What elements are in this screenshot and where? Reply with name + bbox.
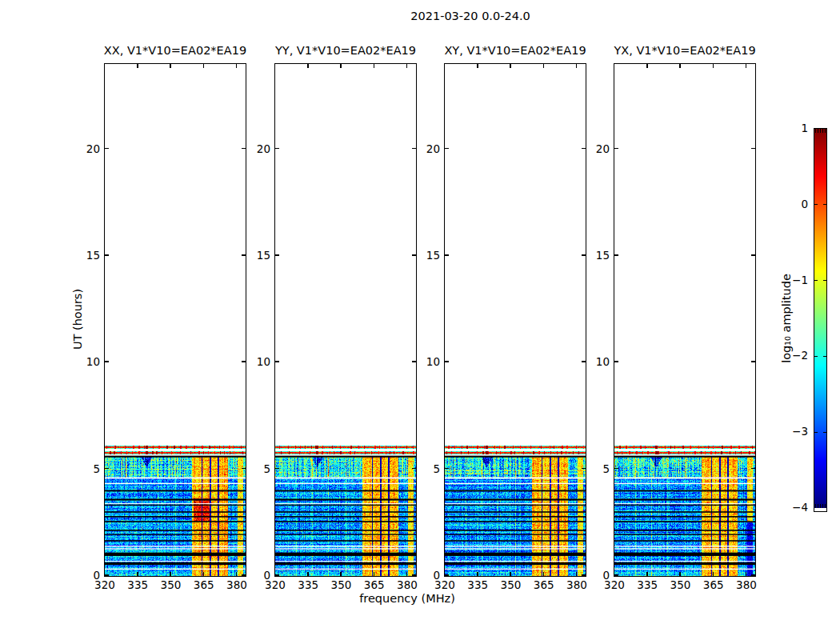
spectrogram-canvas [275, 64, 416, 576]
x-tick-mark [340, 572, 342, 576]
colorbar-tick-label: −4 [776, 501, 808, 514]
x-tick-mark [340, 64, 342, 68]
y-axis-label: UT (hours) [71, 289, 84, 350]
y-tick-mark [582, 468, 586, 470]
x-tick-mark [203, 64, 205, 68]
colorbar-tick-mark [823, 280, 826, 281]
y-tick-mark [412, 148, 416, 150]
x-tick-mark [203, 572, 205, 576]
y-tick-mark [582, 361, 586, 362]
y-tick-mark [582, 574, 586, 576]
y-tick-mark [445, 574, 449, 576]
colorbar-tick-mark [814, 432, 818, 433]
x-tick-mark [646, 572, 648, 576]
panel-title: YY, V1*V10=EA02*EA19 [275, 44, 416, 57]
x-tick-mark [104, 64, 106, 68]
x-tick-mark [576, 64, 578, 68]
y-tick-mark [445, 468, 449, 470]
panel-title: XX, V1*V10=EA02*EA19 [104, 44, 246, 57]
y-tick-mark [751, 468, 755, 470]
y-tick-mark [445, 361, 449, 362]
spectrogram-canvas [445, 64, 586, 576]
y-tick-mark [614, 361, 618, 362]
x-tick-mark [576, 572, 578, 576]
x-tick-mark [170, 572, 171, 576]
x-tick-label: 380 [729, 578, 764, 592]
y-tick-mark [275, 148, 279, 150]
colorbar-tick-label: 0 [776, 198, 808, 211]
spectrogram-canvas [614, 64, 755, 576]
y-tick-label: 10 [68, 355, 100, 369]
spectrogram-panel-yx [614, 63, 756, 577]
y-tick-mark [105, 468, 109, 470]
x-tick-mark [746, 64, 747, 68]
x-tick-mark [543, 572, 545, 576]
spectrogram-panel-xy [444, 63, 586, 577]
colorbar-tick-mark [814, 204, 818, 205]
spectrogram-panel-yy [274, 63, 417, 577]
y-tick-mark [751, 148, 755, 150]
y-tick-mark [105, 148, 109, 150]
y-tick-label: 15 [68, 249, 100, 262]
y-tick-mark [614, 468, 618, 470]
y-tick-mark [105, 361, 109, 362]
y-tick-mark [242, 468, 246, 470]
x-tick-mark [713, 64, 714, 68]
x-tick-mark [137, 572, 138, 576]
x-tick-label: 365 [186, 578, 222, 592]
figure-title: 2021-03-20 0.0-24.0 [410, 10, 530, 22]
y-tick-label: 20 [68, 142, 100, 156]
x-tick-mark [477, 572, 478, 576]
spectrogram-panel-xx [104, 63, 246, 577]
x-tick-mark [274, 64, 276, 68]
y-tick-mark [242, 254, 246, 256]
y-tick-mark [412, 468, 416, 470]
x-tick-mark [236, 572, 238, 576]
x-tick-mark [679, 572, 681, 576]
x-tick-label: 350 [663, 578, 698, 592]
colorbar-tick-mark [823, 204, 826, 205]
y-tick-mark [242, 148, 246, 150]
colorbar-tick-mark [814, 280, 818, 281]
y-tick-mark [275, 574, 279, 576]
x-tick-mark [679, 64, 681, 68]
x-tick-mark [444, 64, 446, 68]
colorbar-tick-label: 1 [776, 122, 808, 135]
y-tick-mark [751, 574, 755, 576]
figure: 2021-03-20 0.0-24.0 frequency (MHz) UT (… [0, 0, 840, 640]
x-tick-label: 335 [290, 578, 326, 592]
panel-title: YX, V1*V10=EA02*EA19 [614, 44, 755, 57]
spectrogram-canvas [105, 64, 246, 576]
y-tick-mark [412, 361, 416, 362]
colorbar-tick-mark [823, 356, 826, 357]
x-tick-mark [614, 64, 615, 68]
y-tick-mark [275, 254, 279, 256]
x-tick-label: 335 [120, 578, 155, 592]
x-tick-mark [374, 64, 375, 68]
x-tick-mark [374, 572, 375, 576]
colorbar-tick-mark [823, 432, 826, 433]
x-tick-mark [406, 64, 408, 68]
colorbar-tick-label: −3 [776, 425, 808, 438]
y-tick-mark [105, 574, 109, 576]
x-tick-label: 335 [460, 578, 495, 592]
x-axis-label: frequency (MHz) [359, 592, 455, 605]
x-tick-label: 335 [630, 578, 665, 592]
y-tick-mark [614, 254, 618, 256]
y-tick-mark [582, 148, 586, 150]
y-tick-mark [412, 574, 416, 576]
x-tick-label: 365 [696, 578, 731, 592]
x-tick-label: 365 [526, 578, 562, 592]
colorbar-tick-mark [814, 356, 818, 357]
y-tick-mark [105, 254, 109, 256]
x-tick-mark [543, 64, 545, 68]
y-tick-mark [751, 361, 755, 362]
colorbar-gradient [814, 129, 826, 508]
y-tick-mark [445, 254, 449, 256]
y-tick-mark [445, 148, 449, 150]
x-tick-mark [137, 64, 138, 68]
x-tick-mark [307, 64, 309, 68]
panel-title: XY, V1*V10=EA02*EA19 [444, 44, 586, 57]
x-tick-mark [746, 572, 747, 576]
y-tick-mark [751, 254, 755, 256]
